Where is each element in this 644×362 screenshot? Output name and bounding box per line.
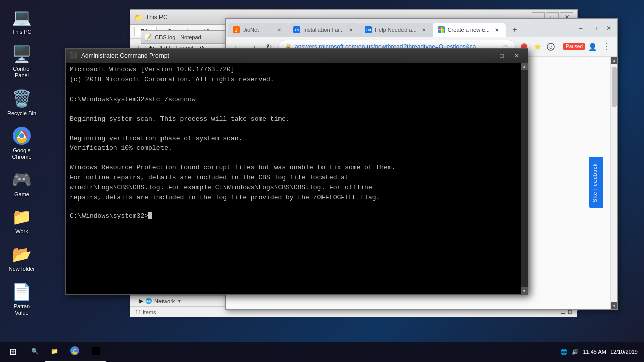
patran-value-label: Patran Value [6,303,37,316]
svg-rect-6 [441,27,444,30]
cmd-scrollbar[interactable]: ▲ ▼ [521,63,528,294]
game-icon[interactable]: 🎮 Game [4,167,39,200]
start-button[interactable]: ⊞ [0,342,25,362]
recycle-bin-icon-img: 🗑️ [12,88,32,109]
game-label: Game [14,191,29,198]
svg-rect-7 [438,30,441,33]
folder-icon: 📁 [51,348,58,355]
create-favicon [438,26,445,33]
cmd-close-button[interactable]: ✕ [510,50,524,61]
cmd-line-12: For online repairs, details are included… [70,173,524,183]
chrome-new-tab-button[interactable]: + [508,23,522,37]
this-pc-icon-img: 💻 [12,7,32,27]
chrome-maximize-button[interactable]: □ [588,22,601,35]
cmd-maximize-button[interactable]: □ [495,50,509,61]
chrome-scroll-up[interactable]: ▲ [611,57,617,64]
date: 12/10/2019 [610,349,638,355]
site-feedback-button[interactable]: Site Feedback [589,157,603,208]
chrome-tab-installation[interactable]: TN Installation Fai... ✕ [288,23,360,37]
cmd-body: Microsoft Windows [Version 10.0.17763.72… [66,63,528,294]
cmd-line-8: Beginning verification phase of system s… [70,134,524,144]
chrome-close-button[interactable]: ✕ [602,22,615,35]
paused-badge: Paused [563,43,585,50]
jionet-tab-close[interactable]: ✕ [275,26,283,34]
create-tab-label: Create a new c... [448,27,490,33]
recycle-bin-icon[interactable]: 🗑️ Recycle Bin [4,86,39,119]
cmd-minimize-button[interactable]: – [479,50,494,61]
chrome-window-controls: – □ ✕ [574,22,615,37]
svg-point-3 [19,133,24,138]
desktop-icons-container: 💻 This PC 🖥️ Control Panel 🗑️ Recycle Bi… [4,5,39,318]
work-icon-img: 📁 [12,207,32,227]
cmd-line-2: (c) 2018 Microsoft Corporation. All righ… [70,75,524,85]
file-count: 11 items [135,309,156,315]
new-folder-icon-img: 📂 [12,244,32,264]
search-icon: 🔍 [31,348,39,355]
clock: 11:45 AM [583,349,606,355]
svg-point-13 [74,349,76,352]
google-chrome-icon[interactable]: Google Chrome [4,124,39,162]
work-label: Work [15,228,28,235]
cmd-prompt-line: C:\Windows\system32> [70,212,524,220]
cmd-icon: ⬛ [70,52,78,60]
this-pc-icon[interactable]: 💻 This PC [4,5,39,37]
recycle-bin-label: Recycle Bin [7,110,36,117]
help-tab-label: Help Needed a... [375,27,417,33]
cmd-line-5 [70,104,524,114]
installation-favicon: TN [293,26,300,33]
cmd-scroll-up-button[interactable]: ▲ [521,63,528,70]
google-chrome-icon-img [12,126,32,146]
cmd-line-4: C:\Windows\system32>sfc /scannow [70,95,524,105]
chrome-minimize-button[interactable]: – [574,22,587,35]
chrome-ext2-button[interactable]: ⭐ [531,41,543,53]
chrome-taskbar-icon [70,346,79,357]
cmd-line-11: Windows Resource Protection found corrup… [70,163,524,173]
taskbar-right: 🌐 🔊 11:45 AM 12/10/2019 [554,349,644,355]
desktop: 💻 This PC 🖥️ Control Panel 🗑️ Recycle Bi… [0,0,644,362]
new-folder-icon[interactable]: 📂 New folder [4,242,39,275]
network-status-icon: 🌐 [560,349,568,355]
chrome-tab-jionet[interactable]: J JioNet ✕ [228,23,288,37]
this-pc-label: This PC [12,29,31,35]
taskbar-chrome[interactable] [64,342,86,362]
create-tab-close[interactable]: ✕ [493,26,501,34]
taskbar-cmd[interactable] [86,342,106,362]
chrome-tab-help[interactable]: TN Help Needed a... ✕ [360,23,433,37]
cmd-line-13: windir\Logs\CBS\CBS.log. For example C:\… [70,183,524,193]
chrome-tab-create[interactable]: Create a new c... ✕ [433,23,506,37]
chrome-ext3-button[interactable]: e [545,41,557,53]
work-icon[interactable]: 📁 Work [4,205,39,237]
patran-value-icon[interactable]: 📄 Patran Value [4,280,39,318]
volume-icon: 🔊 [572,349,579,355]
help-favicon: TN [365,26,372,33]
chrome-user-button[interactable]: 👤 [586,41,598,53]
jionet-tab-label: JioNet [243,27,259,33]
new-folder-label: New folder [9,266,35,273]
chrome-scroll-thumb[interactable] [612,67,617,107]
svg-text:e: e [549,44,552,50]
patran-value-icon-img: 📄 [12,282,32,302]
cmd-line-7 [70,124,524,134]
taskbar-search[interactable]: 🔍 [25,342,45,362]
network-label: Network [154,298,175,304]
jionet-favicon: J [233,26,240,33]
help-tab-close[interactable]: ✕ [420,26,428,34]
installation-tab-close[interactable]: ✕ [347,26,355,34]
cmd-controls: – □ ✕ [479,50,524,61]
cmd-line-1: Microsoft Windows [Version 10.0.17763.72… [70,65,524,75]
chrome-titlebar: J JioNet ✕ TN Installation Fai... ✕ TN H… [226,19,617,37]
file-explorer-title-text: This PC [146,14,168,21]
cmd-scroll-down-button[interactable]: ▼ [521,287,528,294]
chrome-scroll-down[interactable]: ▼ [611,302,617,309]
cmd-taskbar-icon [92,347,100,355]
svg-rect-5 [438,27,441,30]
taskbar-file-explorer[interactable]: 📁 [45,342,64,362]
chrome-scrollbar[interactable]: ▲ ▼ [610,57,617,309]
cmd-title-text: Administrator: Command Prompt [81,52,479,59]
control-panel-icon-img: 🖥️ [12,44,32,64]
chrome-menu-button[interactable]: ⋮ [599,40,613,54]
cmd-line-15 [70,202,524,212]
google-chrome-label: Google Chrome [6,147,37,160]
installation-tab-label: Installation Fai... [303,27,344,33]
control-panel-icon[interactable]: 🖥️ Control Panel [4,42,39,81]
